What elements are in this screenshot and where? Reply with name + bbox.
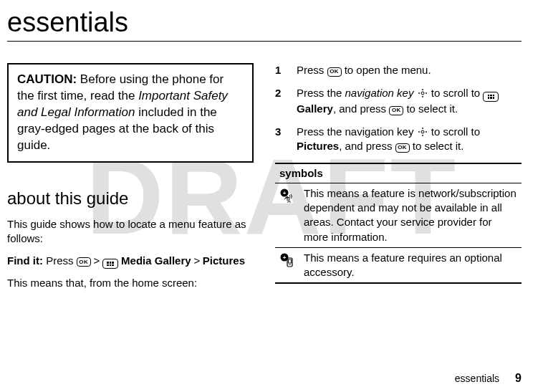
svg-point-9 (422, 135, 423, 136)
step-3-mid: to scroll to (428, 125, 481, 138)
menu-key-icon (483, 92, 499, 102)
step-3-body: Press the navigation key to scroll to Pi… (297, 125, 522, 154)
footer-label: essentials (455, 373, 499, 384)
step-1-pre: Press (297, 64, 327, 76)
step-1-post: to open the menu. (342, 64, 431, 76)
find-it-gt2: > (191, 254, 203, 267)
step-3: 3 Press the navigation key to scroll to … (275, 125, 522, 154)
find-it-line: Find it: Press OK > Media Gallery > Pict… (7, 254, 254, 269)
svg-text:+: + (283, 190, 287, 196)
step-2-post: to select it. (403, 102, 458, 115)
about-paragraph-1: This guide shows how to locate a menu fe… (7, 217, 254, 247)
step-3-pre: Press the navigation key (297, 125, 417, 138)
symbols-header: symbols (275, 163, 522, 183)
svg-point-1 (418, 92, 420, 94)
svg-text:+: + (283, 254, 287, 261)
svg-point-3 (422, 89, 423, 90)
network-icon: + A (275, 183, 299, 247)
step-2-mid: to scroll to (431, 87, 484, 99)
find-it-pictures: Pictures (203, 254, 245, 267)
right-column: 1 Press OK to open the menu. 2 Press the… (275, 63, 522, 297)
accessory-icon: + (275, 247, 299, 283)
svg-text:A: A (287, 199, 291, 204)
step-2-number: 2 (275, 86, 297, 116)
svg-point-4 (422, 96, 423, 97)
step-1-number: 1 (275, 63, 297, 77)
step-2-press: , and press (333, 102, 389, 115)
find-it-label: Find it: (7, 254, 43, 267)
step-2: 2 Press the navigation key to scroll to … (275, 86, 522, 116)
nav-key-icon (417, 127, 428, 137)
page-footer: essentials9 (455, 372, 522, 385)
nav-key-icon (417, 88, 428, 98)
step-1: 1 Press OK to open the menu. (275, 63, 522, 77)
footer-page-number: 9 (515, 372, 522, 384)
svg-rect-16 (289, 259, 292, 263)
table-row: + This means a feature requires an optio… (275, 247, 522, 283)
symbols-table: symbols + A This means a feature is netw… (275, 163, 522, 285)
content-columns: CAUTION: Before using the phone for the … (7, 63, 522, 297)
about-heading: about this guide (7, 187, 254, 210)
table-row: + A This means a feature is network/subs… (275, 183, 522, 247)
about-paragraph-2: This means that, from the home screen: (7, 276, 254, 290)
step-1-body: Press OK to open the menu. (297, 63, 522, 77)
find-it-media-gallery: Media Gallery (118, 254, 191, 267)
svg-point-8 (422, 128, 423, 129)
symbols-row-2-text: This means a feature requires an optiona… (299, 247, 522, 283)
step-2-pre: Press the (297, 87, 345, 99)
svg-point-6 (418, 131, 420, 133)
caution-label: CAUTION: (17, 72, 77, 86)
step-3-post: to select it. (410, 140, 464, 152)
ok-key-icon: OK (327, 67, 342, 77)
steps-list: 1 Press OK to open the menu. 2 Press the… (275, 63, 522, 154)
find-it-gt1: > (91, 254, 102, 267)
find-it-press: Press (43, 254, 77, 267)
menu-key-icon (102, 259, 118, 269)
ok-key-icon: OK (395, 143, 410, 153)
step-2-body: Press the navigation key to scroll to Ga… (297, 86, 522, 116)
svg-point-5 (421, 130, 424, 133)
left-column: CAUTION: Before using the phone for the … (7, 63, 254, 297)
step-2-target: Gallery (297, 102, 333, 115)
step-3-number: 3 (275, 125, 297, 154)
svg-point-0 (421, 92, 424, 95)
svg-point-7 (426, 131, 427, 133)
symbols-row-1-text: This means a feature is network/subscrip… (299, 183, 522, 247)
page-title: essentials (7, 7, 522, 38)
ok-key-icon: OK (389, 106, 403, 115)
ok-key-icon: OK (77, 257, 91, 267)
step-3-target: Pictures (297, 140, 339, 152)
step-3-press: , and press (339, 140, 395, 152)
title-rule (7, 41, 522, 42)
svg-point-2 (426, 92, 427, 94)
caution-box: CAUTION: Before using the phone for the … (7, 63, 254, 163)
step-2-navlabel: navigation key (345, 87, 414, 99)
